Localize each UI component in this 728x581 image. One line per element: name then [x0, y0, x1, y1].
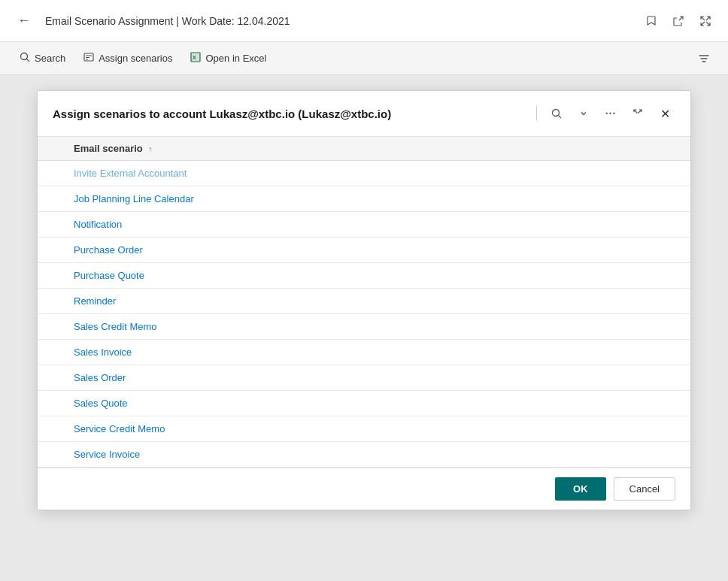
ok-button[interactable]: OK	[555, 477, 606, 501]
scenario-cell[interactable]: Reminder	[62, 289, 665, 314]
modal-footer: OK Cancel	[38, 468, 690, 510]
assign-scenarios-button[interactable]: Assign scenarios	[76, 48, 180, 68]
row-indicator	[38, 289, 62, 314]
table-row[interactable]: Service Invoice	[38, 442, 690, 468]
excel-icon: X	[190, 52, 201, 65]
scenario-cell[interactable]: Sales Credit Memo	[62, 314, 665, 340]
modal-chevron-icon[interactable]	[573, 103, 594, 124]
top-bar-title: Email Scenario Assignment | Work Date: 1…	[45, 15, 290, 27]
row-more-button	[665, 340, 690, 365]
row-more-button	[665, 263, 690, 289]
modal-expand-icon[interactable]	[627, 103, 648, 124]
col-email-scenario[interactable]: Email scenario ↑	[62, 137, 665, 161]
bookmark-icon[interactable]	[641, 11, 662, 32]
row-indicator	[38, 340, 62, 365]
modal-body: Email scenario ↑ Invite External Account…	[38, 137, 690, 468]
sort-asc-icon: ↑	[148, 145, 152, 153]
scenarios-table: Email scenario ↑ Invite External Account…	[38, 137, 690, 468]
row-more-button	[665, 212, 690, 238]
row-indicator	[38, 416, 62, 442]
table-scroll-wrapper[interactable]: Email scenario ↑ Invite External Account…	[38, 137, 690, 468]
scenario-cell[interactable]: Sales Quote	[62, 391, 665, 416]
scenario-cell[interactable]: Invite External Accountant	[62, 161, 665, 186]
cancel-button[interactable]: Cancel	[614, 477, 675, 501]
row-indicator	[38, 161, 62, 186]
row-more-button	[665, 186, 690, 212]
row-indicator	[38, 442, 62, 468]
table-row[interactable]: Sales Credit Memo	[38, 314, 690, 340]
row-indicator	[38, 365, 62, 391]
svg-point-9	[553, 110, 560, 117]
table-row[interactable]: Purchase Order	[38, 238, 690, 263]
share-icon[interactable]	[668, 11, 689, 32]
modal-search-icon[interactable]	[546, 103, 567, 124]
col-actions	[665, 137, 690, 161]
open-in-excel-button[interactable]: X Open in Excel	[183, 48, 274, 68]
row-indicator	[38, 186, 62, 212]
assign-icon	[83, 52, 94, 65]
row-more-button	[665, 161, 690, 186]
table-row[interactable]: Purchase Quote	[38, 263, 690, 289]
row-more-button	[665, 468, 690, 468]
scenario-cell[interactable]: Service Credit Memo	[62, 416, 665, 442]
scenario-cell[interactable]: Sales Order	[62, 365, 665, 391]
modal-close-icon[interactable]: ✕	[654, 103, 675, 124]
row-indicator	[38, 212, 62, 238]
row-more-button	[665, 442, 690, 468]
row-indicator	[38, 238, 62, 263]
row-more-button	[665, 238, 690, 263]
table-row[interactable]: Notification	[38, 212, 690, 238]
scenario-cell[interactable]: Service Order	[62, 468, 665, 468]
table-row[interactable]: Service Credit Memo	[38, 416, 690, 442]
table-row[interactable]: Job Planning Line Calendar	[38, 186, 690, 212]
row-indicator	[38, 468, 62, 468]
top-bar: ← Email Scenario Assignment | Work Date:…	[0, 0, 728, 42]
modal-header-icons: ··· ✕	[546, 103, 675, 124]
svg-point-0	[21, 53, 28, 60]
scenario-cell[interactable]: Service Invoice	[62, 442, 665, 468]
row-more-button	[665, 416, 690, 442]
table-row[interactable]: Sales Order	[38, 365, 690, 391]
row-indicator	[38, 391, 62, 416]
row-indicator	[38, 263, 62, 289]
table-row[interactable]: Reminder	[38, 289, 690, 314]
svg-line-1	[27, 59, 30, 62]
modal-title: Assign scenarios to account Lukasz@xtbc.…	[53, 107, 527, 120]
search-icon	[20, 52, 30, 65]
row-indicator	[38, 314, 62, 340]
row-more-button	[665, 365, 690, 391]
top-bar-actions	[641, 11, 716, 32]
scenario-cell[interactable]: Sales Invoice	[62, 340, 665, 365]
search-button[interactable]: Search	[12, 48, 73, 68]
svg-text:X: X	[193, 55, 196, 60]
modal-header: Assign scenarios to account Lukasz@xtbc.…	[38, 91, 690, 137]
row-more-button	[665, 314, 690, 340]
table-row[interactable]: Sales Invoice	[38, 340, 690, 365]
expand-icon[interactable]	[695, 11, 716, 32]
table-row[interactable]: Service Order	[38, 468, 690, 468]
modal-more-icon[interactable]: ···	[600, 103, 621, 124]
scenario-cell[interactable]: Notification	[62, 212, 665, 238]
scenario-cell[interactable]: Purchase Order	[62, 238, 665, 263]
scenario-cell[interactable]: Job Planning Line Calendar	[62, 186, 665, 212]
row-more-button	[665, 391, 690, 416]
modal-dialog: Assign scenarios to account Lukasz@xtbc.…	[37, 90, 691, 510]
content-area: Assign scenarios to account Lukasz@xtbc.…	[0, 75, 728, 581]
toolbar: Search Assign scenarios X Open in Excel	[0, 42, 728, 75]
table-row[interactable]: Sales Quote	[38, 391, 690, 416]
filter-button[interactable]	[692, 47, 716, 71]
svg-line-10	[559, 116, 562, 119]
back-button[interactable]: ←	[12, 9, 36, 33]
col-indicator	[38, 137, 62, 161]
table-row[interactable]: Invite External Accountant	[38, 161, 690, 186]
scenario-cell[interactable]: Purchase Quote	[62, 263, 665, 289]
header-divider	[536, 106, 537, 121]
row-more-button	[665, 289, 690, 314]
